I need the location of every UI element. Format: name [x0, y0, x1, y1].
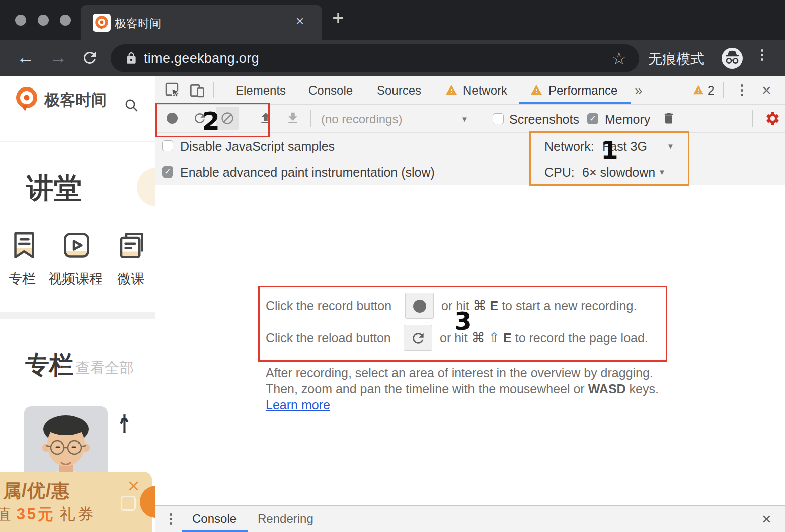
wasd-keys: WASD	[588, 382, 626, 396]
memory-label[interactable]: Memory	[605, 112, 650, 127]
geekbang-logo-icon[interactable]	[13, 84, 40, 116]
cpu-throttle-value[interactable]: 6× slowdown	[582, 165, 655, 180]
browser-address-bar: ← → time.geekbang.org ☆ 无痕模式	[0, 40, 785, 76]
tabbar-divider	[213, 82, 214, 98]
performance-warning-icon	[530, 84, 543, 98]
device-toolbar-icon[interactable]	[189, 82, 205, 101]
column-bookmark-icon[interactable]	[9, 230, 39, 262]
reload-glyph-icon	[410, 330, 426, 346]
nav-item-column[interactable]: 专栏	[9, 270, 36, 288]
window-minimize-button[interactable]	[38, 15, 49, 26]
cpu-dropdown-arrow[interactable]: ▼	[658, 168, 666, 176]
column-section-title: 专栏	[25, 349, 73, 381]
screenshot-root: 极客时间 × + ← → time.geekbang.org ☆ 无痕模式	[0, 0, 785, 532]
tabbar-divider-2	[723, 82, 724, 98]
annotation-digit-2: 2	[202, 107, 220, 136]
nav-item-micro-course[interactable]: 微课	[117, 270, 144, 288]
browser-menu-icon[interactable]	[760, 47, 764, 63]
record-button[interactable]	[167, 113, 178, 124]
cmd-key-icon-2: ⌘	[472, 330, 485, 345]
search-icon[interactable]	[124, 98, 139, 115]
view-all-link[interactable]: 查看全部	[75, 358, 134, 378]
load-profile-icon[interactable]	[258, 111, 273, 128]
after-recording-line2: Then, zoom and pan the timeline with the…	[266, 382, 659, 396]
tab-console[interactable]: Console	[308, 76, 353, 104]
network-warning-icon	[445, 84, 458, 98]
annotation-digit-1: 1	[601, 136, 618, 165]
incognito-mode-label: 无痕模式	[648, 50, 704, 69]
header-divider	[0, 141, 155, 142]
tab-sources[interactable]: Sources	[377, 76, 421, 104]
url-field[interactable]: time.geekbang.org ☆	[111, 44, 639, 72]
nav-item-video-course[interactable]: 视频课程	[48, 270, 103, 288]
screenshots-checkbox[interactable]	[493, 113, 504, 124]
tab-close-icon[interactable]: ×	[296, 13, 304, 29]
page-heading: 讲堂	[26, 170, 82, 207]
recordings-select[interactable]: (no recordings)	[321, 112, 402, 126]
drawer-selected-underline	[182, 530, 248, 532]
issues-count[interactable]: 2	[708, 76, 714, 104]
micro-course-icon[interactable]	[116, 230, 146, 262]
toolbar-divider-4	[752, 110, 753, 127]
disable-js-samples-label[interactable]: Disable JavaScript samples	[180, 139, 335, 154]
selected-tab-underline	[519, 102, 631, 104]
save-profile-icon[interactable]	[285, 111, 300, 128]
enable-paint-checkbox[interactable]: ✓	[162, 166, 173, 178]
browser-tab[interactable]: 极客时间 ×	[81, 5, 322, 40]
lock-icon[interactable]	[125, 51, 138, 67]
banner-close-icon[interactable]: ×	[128, 475, 139, 497]
banner-headline: 属/优/惠	[3, 479, 70, 503]
site-logo-text[interactable]: 极客时间	[44, 90, 107, 111]
shift-key-icon: ⇧	[489, 330, 500, 345]
drawer-menu-icon[interactable]	[169, 511, 173, 527]
reload-instruction-prefix: Click the reload button	[266, 325, 391, 351]
learn-more-link[interactable]: Learn more	[266, 398, 330, 412]
toolbar-divider-3	[484, 110, 484, 127]
tab-favicon	[93, 14, 111, 32]
bookmark-star-icon[interactable]: ☆	[611, 48, 626, 68]
window-zoom-button[interactable]	[60, 15, 71, 26]
drawer-close-icon[interactable]: ×	[762, 506, 771, 532]
devtools-panel: Elements Console Sources Network Perform…	[155, 76, 785, 532]
banner-value-suffix: 礼券	[60, 505, 96, 523]
devtools-tabbar: Elements Console Sources Network Perform…	[155, 76, 785, 105]
record-button-illustration	[405, 293, 434, 319]
incognito-avatar-icon[interactable]	[721, 47, 743, 71]
banner-value-line: 值 35元 礼券	[0, 504, 96, 525]
window-close-button[interactable]	[15, 15, 26, 26]
video-course-icon[interactable]	[61, 230, 92, 262]
trash-icon[interactable]	[662, 111, 676, 127]
recordings-dropdown-arrow[interactable]: ▼	[461, 115, 468, 123]
tab-elements[interactable]: Elements	[236, 76, 286, 104]
e-key-2: E	[503, 331, 512, 345]
promo-banner[interactable]: 属/优/惠 × 值 35元 礼券	[0, 472, 152, 532]
enable-paint-label[interactable]: Enable advanced paint instrumentation (s…	[180, 165, 435, 180]
disable-js-samples-checkbox[interactable]	[162, 140, 173, 151]
drawer-tab-console[interactable]: Console	[192, 506, 237, 532]
toolbar-divider-2	[310, 110, 311, 127]
inspect-element-icon[interactable]	[165, 82, 181, 101]
floating-coupon-button[interactable]	[140, 486, 155, 518]
cpu-throttle-label: CPU:	[544, 165, 575, 180]
memory-checkbox[interactable]: ✓	[587, 113, 598, 124]
new-tab-icon[interactable]: +	[332, 7, 344, 29]
tab-performance[interactable]: Performance	[548, 76, 617, 104]
toolbar-divider-1	[246, 110, 246, 127]
after-recording-line1: After recording, select an area of inter…	[266, 366, 653, 380]
forward-icon[interactable]: →	[49, 47, 67, 68]
tab-network[interactable]: Network	[463, 76, 507, 104]
issues-warning-icon[interactable]	[692, 84, 704, 98]
drawer-tab-rendering[interactable]: Rendering	[258, 506, 313, 532]
reload-icon[interactable]	[81, 49, 99, 69]
network-dropdown-arrow[interactable]: ▼	[667, 142, 674, 150]
devtools-menu-icon[interactable]	[740, 82, 744, 98]
capture-settings-gear-icon[interactable]	[765, 111, 780, 128]
more-tabs-icon[interactable]: »	[635, 76, 643, 104]
cmd-key-icon: ⌘	[473, 298, 487, 313]
section-divider	[0, 312, 155, 319]
banner-amount: 35元	[17, 505, 55, 523]
screenshots-label[interactable]: Screenshots	[509, 112, 579, 127]
browser-tabstrip: 极客时间 × +	[0, 0, 785, 40]
back-icon[interactable]: ←	[17, 47, 35, 68]
devtools-close-icon[interactable]: ×	[762, 76, 771, 104]
